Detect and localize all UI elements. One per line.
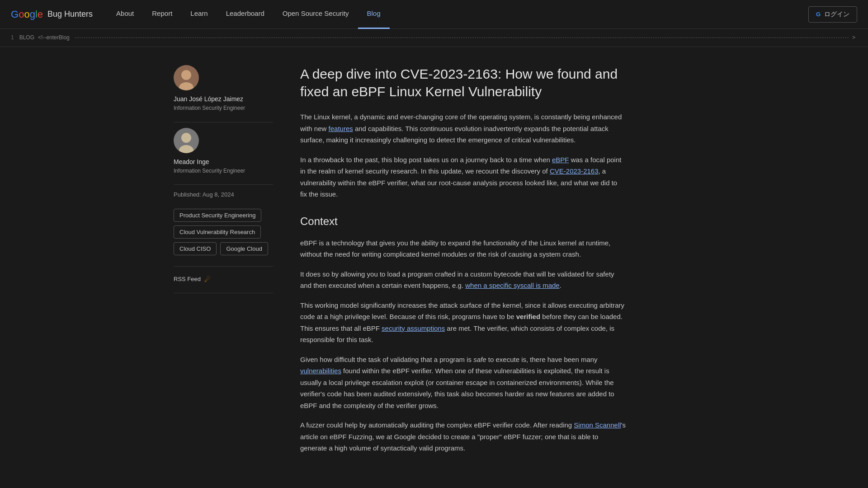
breadcrumb-arrow: > [852, 33, 855, 42]
published-date: Published: Aug 8, 2024 [174, 190, 273, 200]
features-link[interactable]: features [329, 125, 353, 132]
author-divider [174, 122, 273, 122]
published-divider [174, 184, 273, 185]
security-assumptions-link[interactable]: security assumptions [382, 324, 445, 332]
article-body: The Linux kernel, a dynamic and ever-cha… [300, 111, 626, 454]
avatar-juan-image [174, 65, 199, 90]
google-logo: Google [11, 6, 43, 22]
tags-section: Product Security Engineering Cloud Vulne… [174, 209, 273, 255]
login-button[interactable]: G ログイン [808, 6, 857, 23]
context-p4-mid: to execute is, there have been many [486, 356, 598, 363]
tag-google-cloud[interactable]: Google Cloud [220, 242, 268, 255]
cve-link[interactable]: CVE-2023-2163 [550, 167, 599, 175]
context-p5: A fuzzer could help by automatically aud… [300, 419, 626, 454]
syscall-link[interactable]: when a specific syscall is made [465, 282, 559, 289]
nav-right: G ログイン [808, 6, 857, 23]
google-icon-small: G [816, 11, 821, 18]
context-p2-pre: It does so by allowing you to load a pro… [300, 270, 614, 290]
tag-cloud-vulnerability-research[interactable]: Cloud Vulnerability Research [174, 225, 261, 239]
nav-links: About Report Learn Leaderboard Open Sour… [107, 0, 808, 29]
context-p4-pre: Given how difficult the task of validati… [300, 356, 473, 363]
tag-product-security-engineering[interactable]: Product Security Engineering [174, 209, 261, 222]
article-p2: In a throwback to the past, this blog po… [300, 154, 626, 200]
avatar-meador-image [174, 128, 199, 153]
p2-pre: In a throwback to the past, this blog po… [300, 156, 552, 164]
content-wrapper: Juan José López Jaimez Information Secur… [163, 47, 705, 480]
published-label: Published: [174, 191, 201, 198]
nav-learn[interactable]: Learn [181, 0, 217, 29]
nav-leaderboard[interactable]: Leaderboard [217, 0, 274, 29]
nav-report[interactable]: Report [143, 0, 181, 29]
breadcrumb-dashes [75, 38, 849, 38]
author-juan-name: Juan José López Jaimez [174, 94, 273, 104]
login-label: ログイン [824, 10, 849, 19]
context-p2: It does so by allowing you to load a pro… [300, 268, 626, 291]
tag-cloud-ciso[interactable]: Cloud CISO [174, 242, 217, 255]
avatar-meador [174, 128, 199, 153]
breadcrumb-blog-label: BLOG [19, 33, 34, 42]
author-meador: Meador Inge Information Security Enginee… [174, 128, 273, 176]
author-meador-name: Meador Inge [174, 157, 273, 167]
bottom-divider [174, 293, 273, 293]
article: A deep dive into CVE-2023-2163: How we f… [300, 65, 626, 462]
context-p5-pre: A fuzzer could help by automatically aud… [300, 421, 574, 429]
article-title: A deep dive into CVE-2023-2163: How we f… [300, 65, 626, 100]
avatar-juan [174, 65, 199, 90]
breadcrumb-line-number: 1 [11, 33, 14, 42]
logo-area[interactable]: Google Bug Hunters [11, 6, 93, 22]
breadcrumb: 1 BLOG <!--enterBlog > [0, 29, 868, 47]
published-date-value: Aug 8, 2024 [203, 191, 234, 198]
rss-section[interactable]: RSS Feed ☄ [174, 274, 273, 286]
nav-about[interactable]: About [107, 0, 143, 29]
author-meador-role: Information Security Engineer [174, 167, 273, 175]
verified-bold: verified [516, 313, 540, 320]
sidebar: Juan José López Jaimez Information Secur… [174, 65, 273, 462]
article-intro: The Linux kernel, a dynamic and ever-cha… [300, 111, 626, 146]
svg-point-1 [181, 70, 191, 80]
vulnerabilities-link[interactable]: vulnerabilities [300, 367, 341, 375]
ebpf-link[interactable]: eBPF [552, 156, 569, 164]
safe-italic: safe [473, 356, 486, 363]
rss-divider [174, 266, 273, 267]
author-juan-role: Information Security Engineer [174, 104, 273, 113]
nav-blog[interactable]: Blog [358, 0, 390, 29]
breadcrumb-enter: <!--enterBlog [38, 33, 70, 42]
nav-open-source-security[interactable]: Open Source Security [274, 0, 358, 29]
context-p4-post: found within the eBPF verifier. When one… [300, 367, 614, 409]
brand-name: Bug Hunters [47, 8, 93, 21]
context-heading: Context [300, 213, 626, 230]
context-p1: eBPF is a technology that gives you the … [300, 237, 626, 260]
author-juan: Juan José López Jaimez Information Secur… [174, 65, 273, 113]
context-p4: Given how difficult the task of validati… [300, 354, 626, 412]
rss-icon: ☄ [204, 274, 211, 286]
context-p3: This working model significantly increas… [300, 300, 626, 346]
simon-scannell-link[interactable]: Simon Scannell [574, 421, 621, 429]
tags-row: Cloud CISO Google Cloud [174, 242, 273, 255]
navbar: Google Bug Hunters About Report Learn Le… [0, 0, 868, 29]
svg-point-4 [181, 133, 191, 143]
rss-label: RSS Feed [174, 275, 201, 284]
context-p2-post: . [560, 282, 561, 289]
